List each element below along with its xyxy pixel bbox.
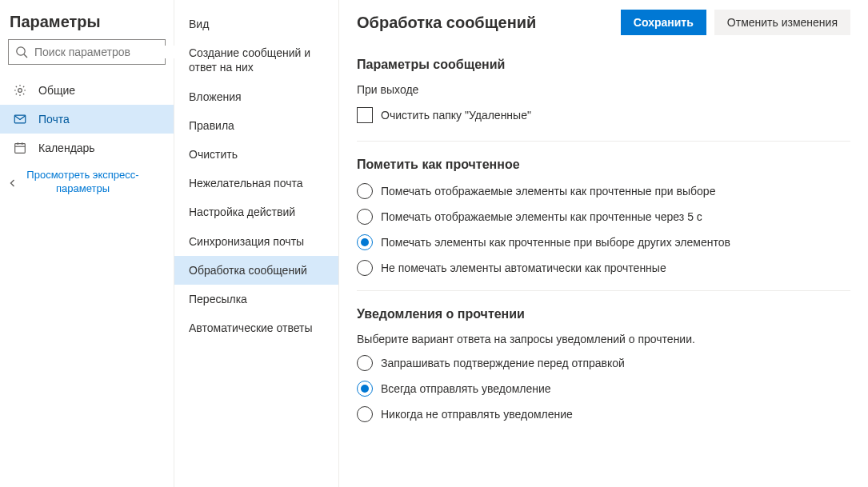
quick-link-label: Просмотреть экспресс-параметры	[26, 169, 140, 196]
sidebar-item-general[interactable]: Общие	[0, 76, 174, 105]
section-read-receipts: Уведомления о прочтении Выберите вариант…	[357, 307, 850, 437]
chevron-left-icon	[8, 178, 18, 188]
subnav-item[interactable]: Вид	[174, 10, 338, 38]
radio-button[interactable]	[357, 355, 373, 371]
subnav-item[interactable]: Пересылка	[174, 285, 338, 313]
gear-icon	[13, 83, 27, 98]
sidebar-item-label: Общие	[38, 84, 75, 97]
sidebar-item-calendar[interactable]: Календарь	[0, 134, 174, 162]
radio-button[interactable]	[357, 260, 373, 276]
mark-read-option[interactable]: Не помечать элементы автоматически как п…	[357, 260, 850, 276]
mark-read-option[interactable]: Помечать отображаемые элементы как прочт…	[357, 209, 850, 225]
page-title: Обработка сообщений	[357, 14, 536, 32]
mark-read-radio-group: Помечать отображаемые элементы как прочт…	[357, 183, 850, 276]
radio-label: Помечать отображаемые элементы как прочт…	[381, 210, 702, 223]
section-description: Выберите вариант ответа на запросы уведо…	[357, 333, 850, 345]
radio-button[interactable]	[357, 209, 373, 225]
search-icon	[15, 46, 28, 58]
read-receipts-radio-group: Запрашивать подтверждение перед отправко…	[357, 355, 850, 422]
search-input[interactable]	[34, 46, 174, 58]
radio-label: Всегда отправлять уведомление	[381, 382, 551, 395]
quick-settings-link[interactable]: Просмотреть экспресс-параметры	[0, 162, 174, 196]
subnav-list: ВидСоздание сообщений и ответ на нихВлож…	[174, 10, 338, 342]
mail-icon	[13, 112, 27, 126]
save-button[interactable]: Сохранить	[621, 10, 706, 35]
section-title: Уведомления о прочтении	[357, 307, 850, 321]
mark-read-option[interactable]: Помечать элементы как прочтенные при выб…	[357, 234, 850, 250]
clear-deleted-label: Очистить папку "Удаленные"	[381, 109, 531, 122]
radio-label: Не помечать элементы автоматически как п…	[381, 261, 666, 274]
subnav: ВидСоздание сообщений и ответ на нихВлож…	[174, 0, 339, 487]
subnav-item[interactable]: Нежелательная почта	[174, 169, 338, 198]
svg-rect-4	[15, 144, 26, 154]
calendar-icon	[13, 141, 27, 155]
subnav-item[interactable]: Синхронизация почты	[174, 227, 338, 256]
section-title: Пометить как прочтенное	[357, 158, 850, 172]
radio-label: Никогда не отправлять уведомление	[381, 408, 573, 421]
radio-button[interactable]	[357, 183, 373, 199]
settings-sidebar: Параметры Общие Почта Календарь Просмотр…	[0, 0, 174, 487]
radio-button[interactable]	[357, 234, 373, 250]
subnav-item[interactable]: Автоматические ответы	[174, 313, 338, 342]
clear-deleted-checkbox-row[interactable]: Очистить папку "Удаленные"	[357, 104, 850, 126]
read-receipt-option[interactable]: Запрашивать подтверждение перед отправко…	[357, 355, 850, 371]
section-mark-read: Пометить как прочтенное Помечать отображ…	[357, 158, 850, 291]
subnav-item[interactable]: Правила	[174, 111, 338, 140]
main-header: Обработка сообщений Сохранить Отменить и…	[357, 10, 850, 35]
main-content: Обработка сообщений Сохранить Отменить и…	[339, 0, 868, 487]
subnav-item[interactable]: Обработка сообщений	[174, 256, 338, 285]
on-exit-label: При выходе	[357, 83, 850, 96]
section-title: Параметры сообщений	[357, 58, 850, 72]
radio-button[interactable]	[357, 381, 373, 397]
search-container	[0, 39, 174, 76]
sidebar-nav: Общие Почта Календарь	[0, 76, 174, 162]
svg-point-0	[17, 47, 25, 55]
sidebar-item-mail[interactable]: Почта	[0, 105, 174, 134]
sidebar-title: Параметры	[0, 0, 174, 39]
subnav-item[interactable]: Настройка действий	[174, 198, 338, 226]
mark-read-option[interactable]: Помечать отображаемые элементы как прочт…	[357, 183, 850, 199]
cancel-button[interactable]: Отменить изменения	[714, 10, 850, 35]
subnav-item[interactable]: Вложения	[174, 82, 338, 111]
radio-label: Помечать элементы как прочтенные при выб…	[381, 236, 730, 249]
subnav-item[interactable]: Создание сообщений и ответ на них	[174, 38, 338, 82]
radio-button[interactable]	[357, 406, 373, 422]
clear-deleted-checkbox[interactable]	[357, 107, 373, 123]
svg-point-2	[18, 89, 22, 93]
radio-label: Запрашивать подтверждение перед отправко…	[381, 357, 625, 369]
sidebar-item-label: Почта	[38, 113, 70, 126]
svg-line-1	[24, 54, 27, 58]
search-box[interactable]	[8, 39, 166, 65]
subnav-item[interactable]: Очистить	[174, 140, 338, 169]
section-message-options: Параметры сообщений При выходе Очистить …	[357, 58, 850, 142]
read-receipt-option[interactable]: Всегда отправлять уведомление	[357, 381, 850, 397]
sidebar-item-label: Календарь	[38, 142, 95, 154]
header-actions: Сохранить Отменить изменения	[621, 10, 850, 35]
radio-label: Помечать отображаемые элементы как прочт…	[381, 185, 715, 198]
read-receipt-option[interactable]: Никогда не отправлять уведомление	[357, 406, 850, 422]
